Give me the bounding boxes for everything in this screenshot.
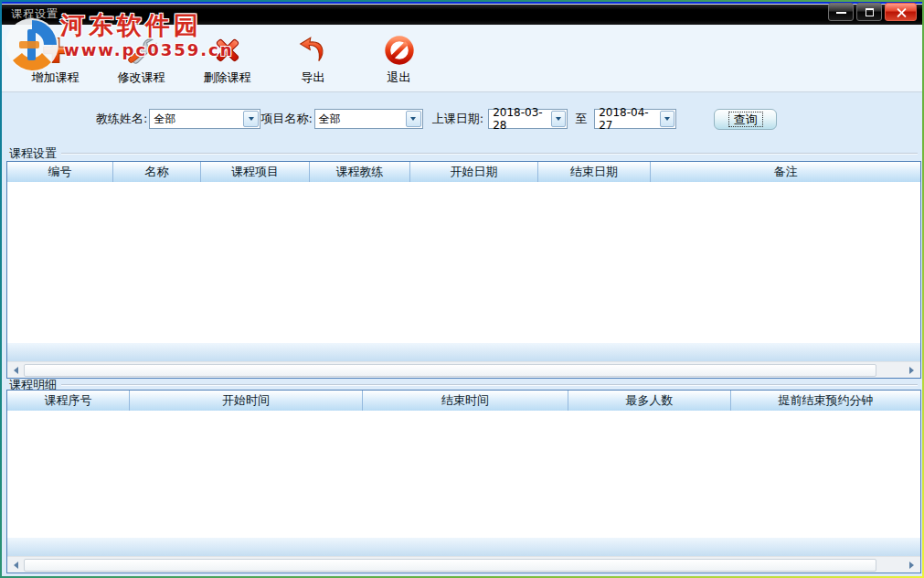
undo-arrow-icon [298,35,329,66]
titlebar[interactable]: 课程设置 [2,2,922,25]
client-area: 增加课程 修改课程 [2,25,922,576]
chevron-down-icon[interactable] [660,111,674,127]
exit-button[interactable]: 退出 [358,25,440,91]
minimize-icon [836,12,846,14]
col-start-date[interactable]: 开始日期 [410,162,538,182]
date-to-label: 至 [575,111,587,127]
filter-bar: 教练姓名: 全部 项目名称: 全部 上课日期: 2018-03-28 至 201 [2,108,922,130]
window-frame: 课程设置 河东 [0,0,924,578]
col-course-serial[interactable]: 课程序号 [7,391,130,411]
minimize-button[interactable] [828,3,854,21]
delete-course-button[interactable]: 删除课程 [186,25,268,91]
query-button-label: 查询 [728,112,763,127]
export-label: 导出 [302,70,325,86]
modify-course-button[interactable]: 修改课程 [101,25,182,91]
chevron-down-icon[interactable] [551,111,566,127]
plus-icon [40,35,71,66]
delete-course-label: 删除课程 [204,70,251,86]
course-table-footer-strip [7,343,920,361]
coach-name-label: 教练姓名: [96,111,147,127]
detail-table-header: 课程序号 开始时间 结束时间 最多人数 提前结束预约分钟 [7,391,920,411]
col-end-date[interactable]: 结束日期 [538,162,651,182]
detail-table-footer-strip [7,538,920,556]
project-name-value: 全部 [315,112,341,127]
col-end-time[interactable]: 结束时间 [363,391,568,411]
col-start-time[interactable]: 开始时间 [130,391,363,411]
coach-name-select[interactable]: 全部 [149,109,260,129]
scrollbar-thumb[interactable] [24,559,876,572]
export-button[interactable]: 导出 [272,25,354,91]
wrench-icon [126,35,157,66]
window-controls [828,3,917,21]
close-button[interactable] [885,3,917,21]
course-table: 编号 名称 课程项目 课程教练 开始日期 结束日期 备注 [6,161,921,379]
col-advance-end-minutes[interactable]: 提前结束预约分钟 [731,391,920,411]
col-course-coach[interactable]: 课程教练 [310,162,410,182]
col-remark[interactable]: 备注 [651,162,920,182]
groupbox-line [61,384,918,386]
col-number[interactable]: 编号 [7,162,113,182]
scrollbar-thumb[interactable] [24,364,876,377]
groupbox-line [61,153,918,155]
coach-name-value: 全部 [150,112,175,127]
detail-table: 课程序号 开始时间 结束时间 最多人数 提前结束预约分钟 [6,390,921,573]
col-name[interactable]: 名称 [113,162,201,182]
no-entry-icon [384,35,415,66]
class-date-label: 上课日期: [432,111,483,127]
course-table-body[interactable] [7,182,920,343]
col-course-project[interactable]: 课程项目 [201,162,310,182]
date-to-picker[interactable]: 2018-04-27 [594,109,676,129]
course-table-header: 编号 名称 课程项目 课程教练 开始日期 结束日期 备注 [7,162,920,182]
course-section-title: 课程设置 [9,145,57,162]
course-section-header: 课程设置 [6,146,918,160]
window-title: 课程设置 [11,6,58,22]
chevron-down-icon[interactable] [243,111,259,127]
modify-course-label: 修改课程 [118,70,165,86]
maximize-icon [866,8,874,16]
add-course-label: 增加课程 [32,70,80,86]
date-to-value: 2018-04-27 [595,106,660,132]
query-button[interactable]: 查询 [714,109,777,130]
scroll-left-arrow[interactable] [8,363,24,378]
scroll-left-arrow[interactable] [8,558,24,573]
project-name-select[interactable]: 全部 [314,109,423,129]
col-max-people[interactable]: 最多人数 [568,391,731,411]
chevron-down-icon[interactable] [406,111,421,127]
detail-table-hscrollbar[interactable] [7,556,920,573]
add-course-button[interactable]: 增加课程 [15,25,96,91]
exit-label: 退出 [388,70,411,86]
toolbar: 增加课程 修改课程 [2,25,922,92]
detail-table-body[interactable] [7,411,920,538]
scroll-right-arrow[interactable] [904,363,919,378]
project-name-label: 项目名称: [260,111,312,127]
date-from-picker[interactable]: 2018-03-28 [488,109,568,129]
date-from-value: 2018-03-28 [489,106,551,132]
course-settings-window: 课程设置 河东 [2,2,922,576]
scroll-right-arrow[interactable] [904,558,919,573]
course-table-hscrollbar[interactable] [7,361,920,378]
red-x-icon [212,35,243,66]
maximize-button[interactable] [856,3,882,21]
